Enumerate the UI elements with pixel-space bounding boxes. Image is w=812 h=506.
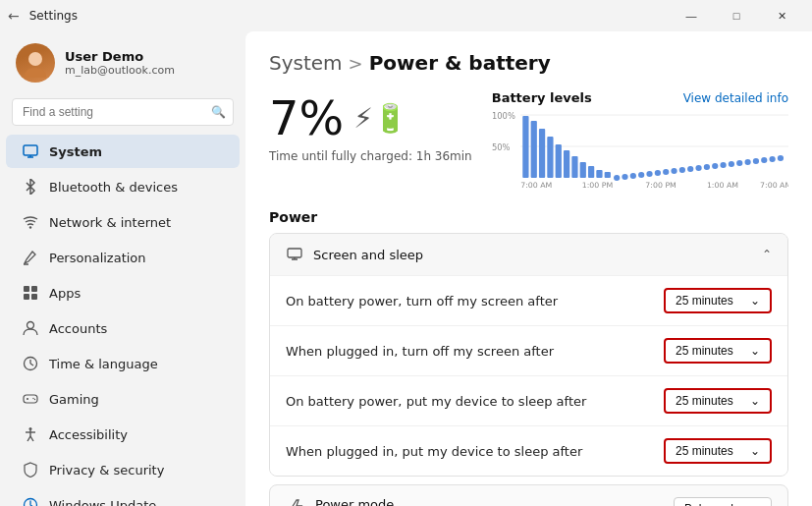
setting-row-3: When plugged in, put my device to sleep … [270, 425, 787, 476]
svg-rect-39 [596, 170, 602, 178]
user-section[interactable]: User Demo m_lab@outlook.com [0, 31, 245, 94]
sidebar-item-gaming-label: Gaming [49, 392, 99, 407]
search-input[interactable] [12, 98, 234, 126]
screen-plugged-dropdown[interactable]: 25 minutes ⌄ [664, 338, 772, 364]
sleep-battery-dropdown[interactable]: 25 minutes ⌄ [664, 388, 772, 414]
back-icon[interactable]: ← [8, 8, 20, 24]
power-mode-info: Power mode Optimize your device based on… [315, 497, 639, 506]
sidebar-item-system[interactable]: System [6, 135, 240, 168]
sidebar-item-system-label: System [49, 144, 102, 159]
breadcrumb: System > Power & battery [269, 51, 788, 75]
svg-point-11 [27, 322, 34, 329]
sleep-battery-chevron: ⌄ [750, 394, 760, 408]
setting-label-3: When plugged in, put my device to sleep … [286, 444, 582, 459]
svg-point-57 [744, 159, 750, 165]
sidebar-item-personalization-label: Personalization [49, 251, 146, 265]
svg-point-47 [663, 169, 669, 175]
power-mode-dropdown[interactable]: Balanced ⌄ [674, 497, 772, 506]
svg-point-0 [28, 52, 42, 66]
svg-point-59 [761, 157, 767, 163]
svg-line-23 [27, 436, 30, 441]
svg-rect-30 [522, 116, 528, 178]
svg-point-20 [29, 427, 32, 430]
battery-chart: 100% 50% [492, 111, 788, 190]
screen-sleep-body: On battery power, turn off my screen aft… [270, 275, 787, 476]
sleep-plugged-value: 25 minutes [676, 444, 733, 458]
svg-rect-33 [547, 137, 553, 178]
battery-percent-value: 7% [269, 90, 344, 145]
sidebar-item-time[interactable]: Time & language [6, 347, 240, 380]
svg-point-53 [712, 163, 718, 169]
screen-sleep-title: Screen and sleep [313, 248, 423, 262]
svg-rect-7 [24, 286, 29, 292]
svg-point-45 [646, 171, 652, 177]
svg-text:7:00 AM: 7:00 AM [520, 181, 552, 190]
sidebar-item-time-label: Time & language [49, 357, 158, 371]
svg-line-14 [30, 364, 33, 365]
svg-point-41 [614, 175, 620, 181]
close-button[interactable]: ✕ [759, 0, 804, 31]
sidebar-item-accounts[interactable]: Accounts [6, 311, 240, 345]
minimize-button[interactable]: — [669, 0, 714, 31]
title-bar: ← Settings — □ ✕ [0, 0, 812, 31]
screen-battery-chevron: ⌄ [750, 294, 760, 308]
battery-chart-header: Battery levels View detailed info [492, 90, 788, 105]
power-mode-title: Power mode [315, 497, 639, 506]
svg-text:100%: 100% [492, 111, 515, 121]
sidebar-item-network[interactable]: Network & internet [6, 205, 240, 239]
window-title: Settings [29, 9, 78, 23]
power-section-label: Power [269, 209, 788, 225]
search-box: 🔍 [12, 98, 234, 126]
maximize-button[interactable]: □ [714, 0, 759, 31]
svg-rect-2 [24, 145, 37, 155]
view-detail-link[interactable]: View detailed info [683, 91, 788, 105]
sidebar-item-update[interactable]: Windows Update [6, 488, 240, 506]
sidebar-item-apps[interactable]: Apps [6, 276, 240, 309]
sidebar-item-privacy[interactable]: Privacy & security [6, 453, 240, 486]
svg-text:7:00 PM: 7:00 PM [645, 181, 676, 190]
sidebar: User Demo m_lab@outlook.com 🔍 System [0, 31, 245, 506]
sidebar-item-accessibility[interactable]: Accessibility [6, 418, 240, 451]
svg-point-56 [736, 160, 742, 166]
svg-line-24 [30, 436, 33, 441]
bluetooth-icon [22, 178, 39, 196]
svg-point-55 [729, 161, 734, 167]
sidebar-item-network-label: Network & internet [49, 215, 171, 230]
setting-row-1: When plugged in, turn off my screen afte… [270, 325, 787, 375]
apps-icon [22, 284, 39, 302]
network-icon [22, 213, 39, 231]
gaming-icon [22, 390, 39, 408]
svg-point-49 [678, 167, 684, 173]
accessibility-icon [22, 425, 39, 443]
sidebar-item-apps-label: Apps [49, 286, 81, 301]
svg-rect-8 [31, 286, 37, 292]
svg-rect-9 [24, 294, 29, 300]
screen-sleep-header[interactable]: Screen and sleep ⌃ [270, 234, 787, 275]
svg-point-5 [29, 226, 31, 228]
svg-point-50 [687, 166, 693, 172]
svg-text:7:00 AM: 7:00 AM [760, 181, 788, 190]
breadcrumb-parent[interactable]: System [269, 51, 343, 75]
svg-rect-38 [588, 166, 594, 178]
battery-left: 7% ⚡🔋 Time until fully charged: 1h 36min [269, 90, 472, 190]
sleep-plugged-dropdown[interactable]: 25 minutes ⌄ [664, 438, 772, 464]
power-mode-chevron: ⌄ [751, 502, 761, 506]
sidebar-item-update-label: Windows Update [49, 498, 156, 507]
svg-point-19 [34, 399, 35, 400]
svg-rect-35 [564, 150, 569, 178]
setting-label-0: On battery power, turn off my screen aft… [286, 294, 558, 309]
svg-point-48 [671, 168, 677, 174]
sidebar-item-bluetooth[interactable]: Bluetooth & devices [6, 170, 240, 203]
sidebar-item-personalization[interactable]: Personalization [6, 241, 240, 274]
breadcrumb-separator: > [349, 53, 363, 74]
charge-time-value: 1h 36min [416, 149, 472, 163]
avatar [16, 43, 55, 83]
screen-battery-dropdown[interactable]: 25 minutes ⌄ [664, 288, 772, 313]
sidebar-item-bluetooth-label: Bluetooth & devices [49, 180, 178, 195]
breadcrumb-current: Power & battery [369, 51, 551, 75]
sidebar-item-gaming[interactable]: Gaming [6, 382, 240, 416]
power-mode-left: Power mode Optimize your device based on… [286, 497, 639, 506]
sleep-battery-value: 25 minutes [676, 394, 733, 408]
clock-icon [22, 355, 39, 372]
svg-point-42 [622, 174, 627, 180]
